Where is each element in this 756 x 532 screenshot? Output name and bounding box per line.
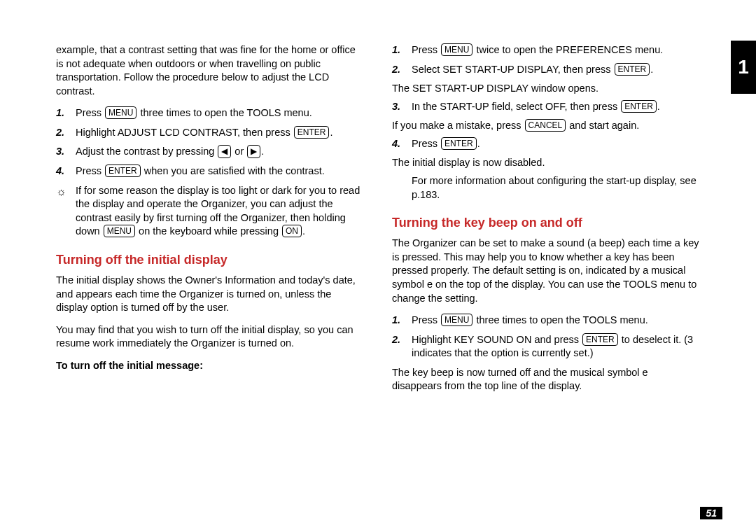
- step-number: 2.: [392, 63, 412, 77]
- tip: ☼ If for some reason the display is too …: [56, 184, 364, 239]
- text: twice to open the PREFERENCES menu.: [473, 44, 663, 55]
- step-number: 2.: [392, 333, 412, 360]
- step-number: 1.: [392, 314, 412, 328]
- step-body: Highlight ADJUST LCD CONTRAST, then pres…: [76, 126, 364, 140]
- initial-display-steps-cont2: 4. Press ENTER.: [392, 137, 700, 151]
- text: .: [302, 225, 305, 237]
- text: three times to open the TOOLS menu.: [473, 314, 648, 326]
- paragraph: The Organizer can be set to make a sound…: [392, 237, 700, 305]
- tip-body: If for some reason the display is too li…: [76, 184, 364, 239]
- text: In the START-UP field, select OFF, then …: [412, 101, 620, 112]
- text: .: [261, 146, 264, 157]
- left-key: ◀: [218, 145, 231, 158]
- enter-key: ENTER: [615, 63, 650, 76]
- text: or: [232, 146, 246, 157]
- step-body: Press ENTER.: [412, 137, 700, 151]
- page-number: 51: [700, 507, 722, 519]
- step-body: Press MENU three times to open the TOOLS…: [76, 106, 364, 120]
- text: If you make a mistake, press: [392, 120, 524, 131]
- menu-key: MENU: [104, 225, 135, 237]
- step-body: Select SET START-UP DISPLAY, then press …: [412, 63, 700, 77]
- step-body: Press MENU three times to open the TOOLS…: [412, 314, 700, 328]
- text: Press: [76, 165, 104, 176]
- note: If you make a mistake, press CANCEL and …: [392, 119, 700, 133]
- menu-key: MENU: [105, 106, 136, 119]
- enter-key: ENTER: [582, 333, 618, 346]
- text: Highlight KEY SOUND ON and press: [412, 334, 582, 345]
- note: The initial display is now disabled.: [392, 156, 700, 170]
- chapter-tab: 1: [731, 41, 756, 94]
- enter-key: ENTER: [621, 100, 657, 113]
- right-column: 1. Press MENU twice to open the PREFEREN…: [392, 43, 700, 402]
- page-content: example, that a contrast setting that wa…: [0, 0, 756, 430]
- step-body: Highlight KEY SOUND ON and press ENTER t…: [412, 333, 700, 360]
- contrast-steps: 1. Press MENU three times to open the TO…: [56, 106, 364, 178]
- enter-key: ENTER: [105, 164, 141, 177]
- step-number: 3.: [392, 100, 412, 114]
- right-key: ▶: [247, 145, 260, 158]
- enter-key: ENTER: [441, 137, 477, 150]
- paragraph: The initial display shows the Owner's In…: [56, 274, 364, 315]
- text: Select SET START-UP DISPLAY, then press: [412, 64, 614, 75]
- menu-key: MENU: [441, 43, 472, 56]
- step-number: 1.: [56, 106, 76, 120]
- text: Highlight ADJUST LCD CONTRAST, then pres…: [76, 127, 293, 138]
- on-key: ON: [282, 225, 302, 237]
- step-body: Press MENU twice to open the PREFERENCES…: [412, 43, 700, 57]
- left-column: example, that a contrast setting that wa…: [56, 43, 364, 402]
- step-number: 4.: [56, 164, 76, 178]
- text: when you are satisfied with the contrast…: [141, 165, 325, 176]
- paragraph: The key beep is now turned off and the m…: [392, 366, 700, 393]
- section-title-key-beep: Turning the key beep on and off: [392, 214, 700, 231]
- initial-display-steps-cont: 3. In the START-UP field, select OFF, th…: [392, 100, 700, 114]
- note: The SET START-UP DISPLAY window opens.: [392, 82, 700, 96]
- step-number: 2.: [56, 126, 76, 140]
- step-number: 3.: [56, 145, 76, 159]
- text: Press: [412, 138, 440, 149]
- initial-display-steps: 1. Press MENU twice to open the PREFEREN…: [392, 43, 700, 76]
- key-beep-steps: 1. Press MENU three times to open the TO…: [392, 314, 700, 360]
- enter-key: ENTER: [294, 126, 330, 139]
- text: three times to open the TOOLS menu.: [137, 107, 312, 118]
- paragraph: You may find that you wish to turn off t…: [56, 323, 364, 351]
- cancel-key: CANCEL: [525, 119, 566, 132]
- text: Adjust the contrast by pressing: [76, 146, 217, 157]
- step-body: Adjust the contrast by pressing ◀ or ▶.: [76, 145, 364, 159]
- step-body: Press ENTER when you are satisfied with …: [76, 164, 364, 178]
- step-number: 4.: [392, 137, 412, 151]
- text: .: [330, 127, 332, 138]
- text: Press: [412, 44, 440, 55]
- text: and start again.: [566, 120, 639, 131]
- intro-paragraph: example, that a contrast setting that wa…: [56, 43, 364, 98]
- text: .: [477, 138, 480, 149]
- subheading: To turn off the initial message:: [56, 359, 364, 373]
- lightbulb-icon: ☼: [56, 184, 76, 239]
- menu-key: MENU: [441, 314, 472, 326]
- info-paragraph: For more information about configuring t…: [412, 174, 700, 202]
- text: Press: [412, 314, 440, 326]
- text: .: [657, 101, 660, 112]
- step-body: In the START-UP field, select OFF, then …: [412, 100, 700, 114]
- step-number: 1.: [392, 43, 412, 57]
- text: on the keyboard while pressing: [136, 225, 281, 237]
- text: Press: [76, 107, 104, 118]
- section-title-initial-display: Turning off the initial display: [56, 251, 364, 268]
- text: .: [650, 64, 653, 75]
